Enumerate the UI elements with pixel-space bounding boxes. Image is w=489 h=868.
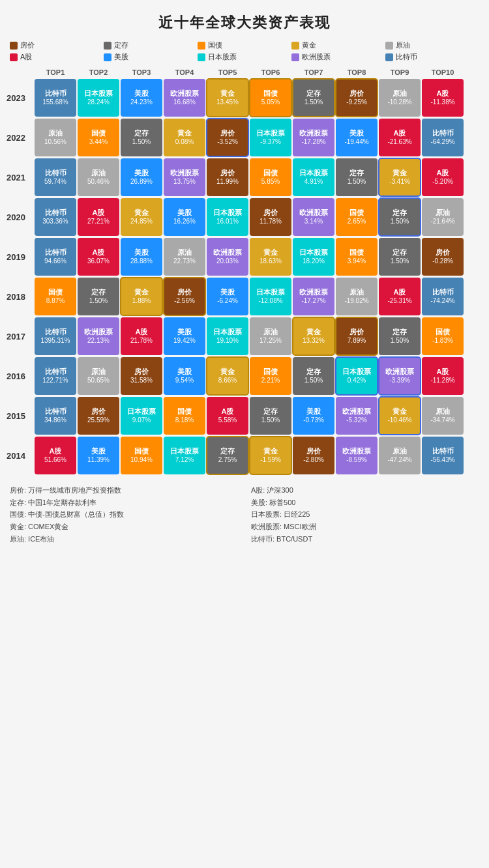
asset-name: A股	[136, 328, 148, 336]
asset-name: 欧洲股票	[342, 447, 371, 456]
asset-cell: 比特币34.86%	[35, 397, 76, 435]
asset-name: 房价	[177, 288, 192, 297]
asset-value: -47.24%	[387, 456, 411, 464]
asset-name: 美股	[177, 328, 192, 336]
asset-cell: 日本股票18.20%	[293, 238, 334, 276]
asset-cell: 定存1.50%	[379, 238, 421, 276]
asset-value: -2.80%	[303, 456, 324, 464]
asset-cell: 美股28.88%	[121, 238, 162, 276]
asset-name: 定存	[393, 209, 407, 217]
asset-cell: 日本股票-12.08%	[250, 278, 291, 315]
asset-name: 比特币	[45, 209, 67, 217]
asset-name: 定存	[134, 129, 149, 137]
table-wrapper: TOP1TOP2TOP3TOP4TOP5TOP6TOP7TOP8TOP9TOP1…	[7, 68, 482, 476]
asset-name: 房价	[306, 447, 321, 456]
asset-name: A股	[394, 288, 406, 297]
asset-value: 16.68%	[173, 98, 196, 106]
asset-cell: 黄金8.66%	[207, 357, 248, 395]
footnote-item: 欧洲股票: MSCI欧洲	[251, 521, 479, 533]
asset-name: 房价	[436, 248, 450, 257]
header-cell: TOP8	[335, 68, 378, 76]
asset-name: 日本股票	[84, 89, 113, 98]
asset-value: -2.56%	[174, 297, 195, 305]
asset-value: 2.75%	[218, 456, 237, 464]
asset-value: 31.58%	[130, 377, 153, 384]
footnotes-left: 房价: 万得一线城市房地产投资指数定存: 中国1年定期存款利率国债: 中债-国债…	[10, 484, 238, 545]
asset-name: 美股	[349, 129, 364, 137]
asset-cell: 日本股票16.01%	[207, 198, 248, 236]
table-row: 2020比特币303.36%A股27.21%黄金24.85%美股16.26%日本…	[7, 198, 482, 236]
asset-value: 27.21%	[87, 218, 110, 225]
asset-name: 房价	[349, 328, 364, 336]
asset-cell: 定存1.50%	[293, 357, 334, 395]
asset-value: 36.07%	[87, 257, 110, 265]
asset-cell: 定存1.50%	[78, 278, 119, 315]
asset-cell: 日本股票7.12%	[164, 437, 205, 474]
asset-cell: 欧洲股票-17.28%	[293, 119, 334, 156]
asset-cell: A股-25.31%	[379, 278, 421, 315]
header-cell: TOP4	[163, 68, 206, 76]
asset-cell: 国债3.44%	[78, 119, 119, 156]
header-row: TOP1TOP2TOP3TOP4TOP5TOP6TOP7TOP8TOP9TOP1…	[7, 68, 482, 76]
asset-name: 定存	[306, 368, 321, 376]
asset-cell: 欧洲股票-3.39%	[379, 357, 421, 395]
asset-cell: 黄金1.88%	[121, 278, 162, 315]
asset-value: 3.44%	[89, 138, 108, 146]
asset-name: 原油	[436, 407, 450, 416]
asset-cell: 原油-19.02%	[336, 278, 378, 315]
asset-cell: 国债5.05%	[250, 79, 291, 117]
table-row: 2019比特币94.66%A股36.07%美股28.88%原油22.73%欧洲股…	[7, 238, 482, 276]
asset-name: 国债	[349, 248, 364, 257]
asset-cell: 比特币59.74%	[35, 158, 76, 196]
asset-cell: A股27.21%	[78, 198, 119, 236]
asset-name: 黄金	[134, 209, 149, 217]
asset-cell: 黄金0.08%	[164, 119, 205, 156]
asset-cell: 黄金24.85%	[121, 198, 162, 236]
asset-name: 日本股票	[170, 447, 199, 456]
asset-cell: 日本股票19.10%	[207, 317, 248, 355]
asset-cell: 原油17.25%	[250, 317, 291, 355]
footnote-item: 国债: 中债-国债总财富（总值）指数	[10, 508, 238, 521]
asset-value: 22.73%	[173, 257, 196, 265]
asset-cell: 比特币-56.43%	[422, 437, 464, 474]
asset-value: -3.39%	[389, 377, 410, 384]
asset-cell: 原油50.46%	[78, 158, 119, 196]
asset-value: 28.24%	[87, 98, 110, 106]
asset-cell: 房价-0.28%	[422, 238, 464, 276]
legend-item: A股	[10, 52, 104, 62]
asset-cell: 日本股票-9.37%	[250, 119, 291, 156]
asset-value: -10.28%	[387, 98, 411, 106]
asset-name: 国债	[349, 209, 364, 217]
asset-value: 7.12%	[175, 456, 194, 464]
asset-cell: 黄金18.63%	[250, 238, 291, 276]
asset-name: A股	[222, 407, 234, 416]
asset-cell: 日本股票28.24%	[78, 79, 119, 117]
footnotes-right: A股: 沪深300美股: 标普500日本股票: 日经225欧洲股票: MSCI欧…	[251, 484, 479, 545]
asset-cell: 定存1.50%	[293, 79, 334, 117]
asset-name: 房价	[134, 368, 149, 376]
footnotes: 房价: 万得一线城市房地产投资指数定存: 中国1年定期存款利率国债: 中债-国债…	[10, 484, 479, 545]
asset-value: -11.38%	[430, 98, 454, 106]
asset-cell: 欧洲股票3.14%	[293, 198, 334, 236]
asset-value: 1.88%	[132, 297, 151, 305]
asset-name: 国债	[263, 89, 278, 98]
asset-cell: 欧洲股票20.03%	[207, 238, 248, 276]
asset-cell: 美股9.54%	[164, 357, 205, 395]
asset-value: 50.65%	[87, 377, 110, 384]
asset-value: -19.02%	[344, 297, 368, 305]
asset-value: -5.32%	[346, 416, 367, 424]
asset-value: 9.07%	[132, 416, 151, 424]
asset-name: 日本股票	[213, 328, 242, 336]
legend-item: 黄金	[291, 40, 385, 50]
table-row: 2016比特币122.71%原油50.65%房价31.58%美股9.54%黄金8…	[7, 357, 482, 395]
asset-value: 13.45%	[216, 98, 239, 106]
table-row: 2023比特币155.68%日本股票28.24%美股24.23%欧洲股票16.6…	[7, 79, 482, 117]
asset-name: 美股	[91, 447, 106, 456]
legend-item: 房价	[10, 40, 104, 50]
asset-name: 黄金	[134, 288, 149, 297]
asset-value: 3.94%	[348, 257, 366, 265]
asset-value: 19.10%	[216, 337, 239, 345]
asset-name: 国债	[263, 169, 278, 177]
asset-cell: 原油-34.74%	[422, 397, 464, 435]
asset-name: 欧洲股票	[299, 129, 328, 137]
